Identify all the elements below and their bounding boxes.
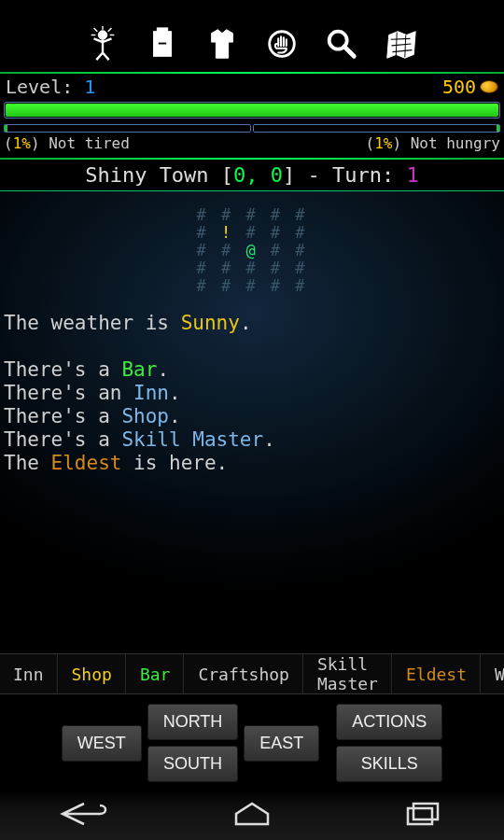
ascii-map: # # # # # # ! # # # # # @ # # # # # # # … — [0, 206, 504, 295]
location-header: Shiny Town [0, 0] - Turn: 1 — [0, 160, 504, 190]
south-button[interactable]: SOUTH — [147, 746, 239, 782]
home-icon[interactable] — [219, 800, 285, 831]
main-view: # # # # # # ! # # # # # @ # # # # # # # … — [0, 191, 504, 653]
skills-button[interactable]: SKILLS — [336, 746, 442, 782]
inventory-icon[interactable] — [142, 26, 183, 64]
hunger-fill — [497, 125, 499, 132]
hand-icon[interactable] — [261, 26, 302, 64]
direction-pad: WEST NORTH SOUTH EAST — [62, 704, 320, 782]
quickbar-eldest[interactable]: Eldest — [392, 654, 481, 693]
tired-bar — [4, 124, 251, 133]
svg-point-0 — [98, 31, 107, 40]
control-zone: WEST NORTH SOUTH EAST ACTIONS SKILLS — [0, 694, 504, 790]
east-button[interactable]: EAST — [244, 725, 319, 762]
quickbar: Inn Shop Bar Craftshop Skill Master Elde… — [0, 653, 504, 694]
quickbar-shop[interactable]: Shop — [58, 654, 126, 693]
gold-display: 500 — [442, 76, 498, 98]
character-icon[interactable] — [82, 26, 123, 64]
map-icon[interactable] — [381, 26, 422, 64]
svg-line-3 — [108, 28, 112, 32]
turn-value: 1 — [407, 163, 419, 187]
tired-fill — [5, 125, 7, 132]
quickbar-overflow[interactable]: Wa — [481, 654, 504, 693]
tired-status: (1%) Not tired — [4, 134, 130, 152]
level-label: Level: — [6, 76, 73, 98]
svg-rect-7 — [157, 28, 167, 33]
icon-toolbar — [0, 22, 504, 72]
coords: 0, 0 — [233, 163, 283, 187]
quickbar-skillmaster[interactable]: Skill Master — [303, 654, 392, 693]
armor-icon[interactable] — [202, 26, 243, 64]
level-value: 1 — [84, 76, 95, 98]
description-text: The weather is Sunny. There's a Bar. The… — [0, 295, 504, 475]
svg-line-2 — [94, 28, 98, 32]
coin-icon — [480, 80, 498, 93]
quickbar-craftshop[interactable]: Craftshop — [184, 654, 303, 693]
level-display: Level: 1 — [6, 76, 95, 98]
quickbar-inn[interactable]: Inn — [0, 654, 58, 693]
town-name: Shiny Town — [85, 163, 208, 187]
android-navbar — [0, 790, 504, 840]
hp-bar — [4, 102, 500, 119]
north-button[interactable]: NORTH — [147, 704, 239, 740]
phone-statusbar — [0, 0, 504, 22]
search-icon[interactable] — [321, 26, 362, 64]
hungry-status: (1%) Not hungry — [365, 134, 500, 152]
gold-value: 500 — [442, 76, 476, 98]
svg-rect-15 — [413, 804, 438, 819]
action-buttons: ACTIONS SKILLS — [336, 704, 442, 782]
hp-bar-fill — [6, 104, 498, 117]
quickbar-bar[interactable]: Bar — [126, 654, 185, 693]
hunger-bar — [253, 124, 500, 133]
actions-button[interactable]: ACTIONS — [336, 704, 442, 740]
recent-icon[interactable] — [387, 800, 453, 831]
west-button[interactable]: WEST — [62, 725, 142, 762]
svg-line-11 — [344, 47, 354, 56]
svg-rect-8 — [158, 42, 167, 45]
svg-rect-14 — [408, 808, 432, 824]
back-icon[interactable] — [51, 800, 117, 831]
